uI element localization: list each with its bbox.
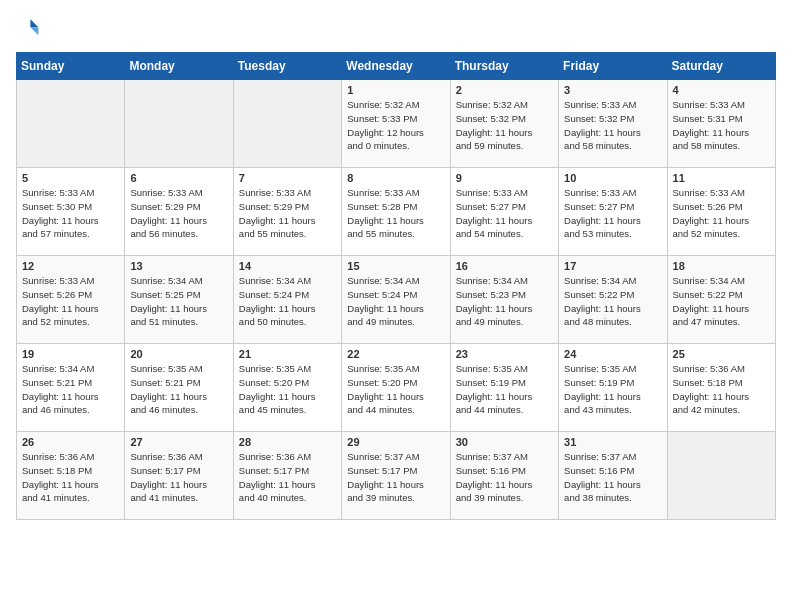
svg-marker-1 <box>30 27 38 35</box>
day-info: Sunrise: 5:33 AM Sunset: 5:29 PM Dayligh… <box>239 186 336 241</box>
day-number: 24 <box>564 348 661 360</box>
day-number: 17 <box>564 260 661 272</box>
day-number: 28 <box>239 436 336 448</box>
day-info: Sunrise: 5:36 AM Sunset: 5:17 PM Dayligh… <box>130 450 227 505</box>
calendar-cell <box>233 80 341 168</box>
day-info: Sunrise: 5:33 AM Sunset: 5:27 PM Dayligh… <box>564 186 661 241</box>
day-info: Sunrise: 5:34 AM Sunset: 5:24 PM Dayligh… <box>239 274 336 329</box>
calendar-cell: 19Sunrise: 5:34 AM Sunset: 5:21 PM Dayli… <box>17 344 125 432</box>
calendar-cell: 27Sunrise: 5:36 AM Sunset: 5:17 PM Dayli… <box>125 432 233 520</box>
week-row-4: 19Sunrise: 5:34 AM Sunset: 5:21 PM Dayli… <box>17 344 776 432</box>
logo-icon <box>16 16 40 40</box>
day-info: Sunrise: 5:34 AM Sunset: 5:23 PM Dayligh… <box>456 274 553 329</box>
day-number: 29 <box>347 436 444 448</box>
calendar-cell: 28Sunrise: 5:36 AM Sunset: 5:17 PM Dayli… <box>233 432 341 520</box>
calendar-cell: 8Sunrise: 5:33 AM Sunset: 5:28 PM Daylig… <box>342 168 450 256</box>
day-number: 4 <box>673 84 770 96</box>
calendar-cell: 11Sunrise: 5:33 AM Sunset: 5:26 PM Dayli… <box>667 168 775 256</box>
day-number: 26 <box>22 436 119 448</box>
day-number: 3 <box>564 84 661 96</box>
day-number: 6 <box>130 172 227 184</box>
day-number: 21 <box>239 348 336 360</box>
day-info: Sunrise: 5:32 AM Sunset: 5:32 PM Dayligh… <box>456 98 553 153</box>
week-row-3: 12Sunrise: 5:33 AM Sunset: 5:26 PM Dayli… <box>17 256 776 344</box>
day-info: Sunrise: 5:35 AM Sunset: 5:19 PM Dayligh… <box>456 362 553 417</box>
day-number: 22 <box>347 348 444 360</box>
page-header <box>16 16 776 40</box>
weekday-header-saturday: Saturday <box>667 53 775 80</box>
day-number: 10 <box>564 172 661 184</box>
calendar-cell: 21Sunrise: 5:35 AM Sunset: 5:20 PM Dayli… <box>233 344 341 432</box>
week-row-2: 5Sunrise: 5:33 AM Sunset: 5:30 PM Daylig… <box>17 168 776 256</box>
day-number: 8 <box>347 172 444 184</box>
day-info: Sunrise: 5:34 AM Sunset: 5:25 PM Dayligh… <box>130 274 227 329</box>
day-info: Sunrise: 5:33 AM Sunset: 5:31 PM Dayligh… <box>673 98 770 153</box>
day-number: 19 <box>22 348 119 360</box>
weekday-header-row: SundayMondayTuesdayWednesdayThursdayFrid… <box>17 53 776 80</box>
calendar-cell: 17Sunrise: 5:34 AM Sunset: 5:22 PM Dayli… <box>559 256 667 344</box>
calendar-cell <box>17 80 125 168</box>
calendar-cell: 24Sunrise: 5:35 AM Sunset: 5:19 PM Dayli… <box>559 344 667 432</box>
calendar-cell: 12Sunrise: 5:33 AM Sunset: 5:26 PM Dayli… <box>17 256 125 344</box>
week-row-1: 1Sunrise: 5:32 AM Sunset: 5:33 PM Daylig… <box>17 80 776 168</box>
day-info: Sunrise: 5:33 AM Sunset: 5:30 PM Dayligh… <box>22 186 119 241</box>
calendar-cell: 1Sunrise: 5:32 AM Sunset: 5:33 PM Daylig… <box>342 80 450 168</box>
weekday-header-wednesday: Wednesday <box>342 53 450 80</box>
day-info: Sunrise: 5:33 AM Sunset: 5:29 PM Dayligh… <box>130 186 227 241</box>
weekday-header-tuesday: Tuesday <box>233 53 341 80</box>
day-info: Sunrise: 5:34 AM Sunset: 5:22 PM Dayligh… <box>673 274 770 329</box>
day-info: Sunrise: 5:33 AM Sunset: 5:32 PM Dayligh… <box>564 98 661 153</box>
calendar-cell: 25Sunrise: 5:36 AM Sunset: 5:18 PM Dayli… <box>667 344 775 432</box>
day-info: Sunrise: 5:33 AM Sunset: 5:28 PM Dayligh… <box>347 186 444 241</box>
day-number: 23 <box>456 348 553 360</box>
weekday-header-monday: Monday <box>125 53 233 80</box>
day-number: 13 <box>130 260 227 272</box>
calendar-cell: 22Sunrise: 5:35 AM Sunset: 5:20 PM Dayli… <box>342 344 450 432</box>
calendar-cell: 13Sunrise: 5:34 AM Sunset: 5:25 PM Dayli… <box>125 256 233 344</box>
day-number: 14 <box>239 260 336 272</box>
calendar-cell: 16Sunrise: 5:34 AM Sunset: 5:23 PM Dayli… <box>450 256 558 344</box>
day-info: Sunrise: 5:36 AM Sunset: 5:18 PM Dayligh… <box>673 362 770 417</box>
day-info: Sunrise: 5:37 AM Sunset: 5:17 PM Dayligh… <box>347 450 444 505</box>
day-number: 12 <box>22 260 119 272</box>
day-number: 1 <box>347 84 444 96</box>
day-number: 7 <box>239 172 336 184</box>
day-number: 2 <box>456 84 553 96</box>
calendar-cell: 18Sunrise: 5:34 AM Sunset: 5:22 PM Dayli… <box>667 256 775 344</box>
day-info: Sunrise: 5:34 AM Sunset: 5:22 PM Dayligh… <box>564 274 661 329</box>
calendar-cell: 30Sunrise: 5:37 AM Sunset: 5:16 PM Dayli… <box>450 432 558 520</box>
day-info: Sunrise: 5:33 AM Sunset: 5:27 PM Dayligh… <box>456 186 553 241</box>
day-info: Sunrise: 5:37 AM Sunset: 5:16 PM Dayligh… <box>456 450 553 505</box>
calendar-cell: 23Sunrise: 5:35 AM Sunset: 5:19 PM Dayli… <box>450 344 558 432</box>
calendar-cell: 10Sunrise: 5:33 AM Sunset: 5:27 PM Dayli… <box>559 168 667 256</box>
day-number: 27 <box>130 436 227 448</box>
day-info: Sunrise: 5:33 AM Sunset: 5:26 PM Dayligh… <box>22 274 119 329</box>
calendar-cell: 14Sunrise: 5:34 AM Sunset: 5:24 PM Dayli… <box>233 256 341 344</box>
day-info: Sunrise: 5:36 AM Sunset: 5:18 PM Dayligh… <box>22 450 119 505</box>
day-info: Sunrise: 5:35 AM Sunset: 5:21 PM Dayligh… <box>130 362 227 417</box>
calendar-table: SundayMondayTuesdayWednesdayThursdayFrid… <box>16 52 776 520</box>
weekday-header-friday: Friday <box>559 53 667 80</box>
day-info: Sunrise: 5:35 AM Sunset: 5:20 PM Dayligh… <box>347 362 444 417</box>
calendar-cell: 29Sunrise: 5:37 AM Sunset: 5:17 PM Dayli… <box>342 432 450 520</box>
day-info: Sunrise: 5:37 AM Sunset: 5:16 PM Dayligh… <box>564 450 661 505</box>
day-number: 15 <box>347 260 444 272</box>
day-info: Sunrise: 5:32 AM Sunset: 5:33 PM Dayligh… <box>347 98 444 153</box>
calendar-cell: 7Sunrise: 5:33 AM Sunset: 5:29 PM Daylig… <box>233 168 341 256</box>
day-number: 9 <box>456 172 553 184</box>
day-info: Sunrise: 5:36 AM Sunset: 5:17 PM Dayligh… <box>239 450 336 505</box>
day-number: 25 <box>673 348 770 360</box>
day-number: 5 <box>22 172 119 184</box>
calendar-cell: 2Sunrise: 5:32 AM Sunset: 5:32 PM Daylig… <box>450 80 558 168</box>
calendar-cell: 3Sunrise: 5:33 AM Sunset: 5:32 PM Daylig… <box>559 80 667 168</box>
logo <box>16 16 44 40</box>
svg-marker-0 <box>30 19 38 27</box>
calendar-cell: 4Sunrise: 5:33 AM Sunset: 5:31 PM Daylig… <box>667 80 775 168</box>
calendar-cell: 5Sunrise: 5:33 AM Sunset: 5:30 PM Daylig… <box>17 168 125 256</box>
calendar-cell: 26Sunrise: 5:36 AM Sunset: 5:18 PM Dayli… <box>17 432 125 520</box>
calendar-cell: 15Sunrise: 5:34 AM Sunset: 5:24 PM Dayli… <box>342 256 450 344</box>
calendar-cell <box>125 80 233 168</box>
day-number: 18 <box>673 260 770 272</box>
day-info: Sunrise: 5:34 AM Sunset: 5:24 PM Dayligh… <box>347 274 444 329</box>
day-number: 30 <box>456 436 553 448</box>
